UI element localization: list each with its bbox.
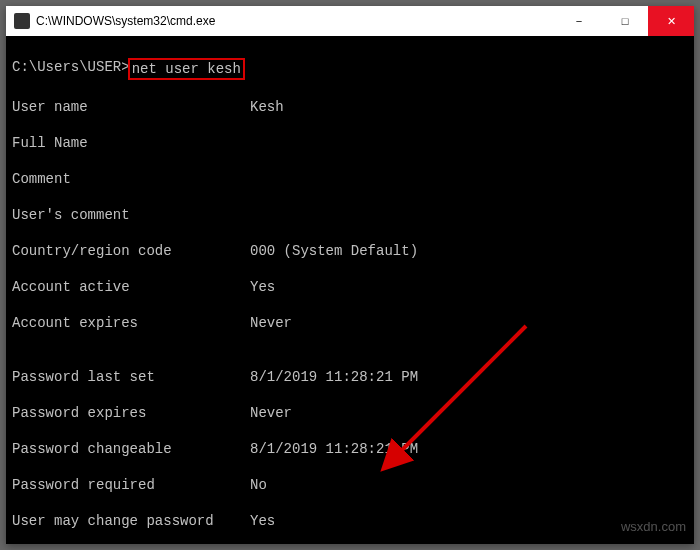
row-value: Never (250, 314, 292, 332)
titlebar[interactable]: C:\WINDOWS\system32\cmd.exe − □ ✕ (6, 6, 694, 36)
row-value: 000 (System Default) (250, 242, 418, 260)
row-label: User may change password (12, 512, 250, 530)
terminal-output[interactable]: C:\Users\USER>net user kesh User nameKes… (6, 36, 694, 544)
prompt-path: C:\Users\USER> (12, 58, 130, 80)
row-value: Yes (250, 512, 275, 530)
watermark: wsxdn.com (621, 518, 686, 536)
maximize-button[interactable]: □ (602, 6, 648, 36)
row-label: Full Name (12, 134, 250, 152)
row-value: Kesh (250, 98, 284, 116)
row-value: 8/1/2019 11:28:21 PM (250, 440, 418, 458)
row-value: No (250, 476, 267, 494)
row-label: Comment (12, 170, 250, 188)
arrow-annotation-icon (366, 306, 546, 486)
row-label: User name (12, 98, 250, 116)
row-label: Password expires (12, 404, 250, 422)
row-label: Account active (12, 278, 250, 296)
row-label: User's comment (12, 206, 250, 224)
cmd-window: C:\WINDOWS\system32\cmd.exe − □ ✕ C:\Use… (6, 6, 694, 544)
row-value: Never (250, 404, 292, 422)
cmd-icon (14, 13, 30, 29)
row-value: Yes (250, 278, 275, 296)
row-label: Password changeable (12, 440, 250, 458)
row-value: 8/1/2019 11:28:21 PM (250, 368, 418, 386)
row-label: Password last set (12, 368, 250, 386)
minimize-button[interactable]: − (556, 6, 602, 36)
row-label: Country/region code (12, 242, 250, 260)
close-button[interactable]: ✕ (648, 6, 694, 36)
row-label: Password required (12, 476, 250, 494)
command-highlight: net user kesh (128, 58, 245, 80)
window-title: C:\WINDOWS\system32\cmd.exe (36, 14, 556, 28)
row-label: Account expires (12, 314, 250, 332)
